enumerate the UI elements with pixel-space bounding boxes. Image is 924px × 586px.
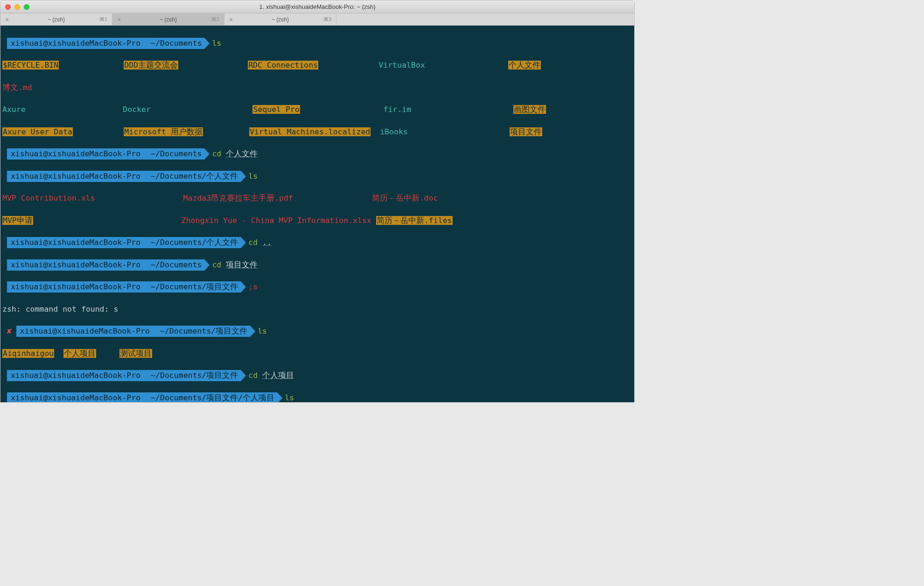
list-item: VirtualBox [378, 61, 425, 70]
list-item: Mazda3昂克赛拉车主手册.pdf [183, 194, 293, 202]
prompt-path: ~/Documents/个人文件 [143, 237, 241, 248]
list-item: Zhongxin Yue - China MVP Information.xls… [182, 216, 371, 225]
command-arg: 个人项目 [262, 371, 294, 380]
tab-2[interactable]: × ~ (zsh) ⌘2 [112, 14, 224, 25]
list-item: Aiqinhaigou [2, 349, 54, 358]
command: cd [248, 371, 262, 380]
list-item: 画图文件 [513, 105, 546, 114]
prompt-path: ~/Documents [143, 38, 204, 49]
tab-shortcut: ⌘3 [323, 16, 331, 22]
command: ls [285, 393, 294, 402]
list-item: 博文.md [2, 83, 32, 92]
prompt-path: ~/Documents/项目文件 [153, 326, 250, 337]
tab-1[interactable]: × ~ (zsh) ⌘1 [0, 14, 112, 25]
tab-shortcut: ⌘2 [211, 16, 219, 22]
list-item: DDD主题交流会 [124, 61, 178, 70]
prompt-user: xishuai@xishuaideMacBook-Pro [7, 370, 143, 381]
command: ls [258, 327, 267, 335]
tab-label: ~ (zsh) [160, 16, 177, 23]
list-item: 测试项目 [119, 349, 152, 358]
terminal-window: 1. xishuai@xishuaideMacBook-Pro: ~ (zsh)… [0, 0, 635, 403]
prompt-user: xishuai@xishuaideMacBook-Pro [7, 259, 143, 271]
prompt-user: xishuai@xishuaideMacBook-Pro [7, 281, 143, 293]
close-icon[interactable]: × [229, 16, 233, 23]
command: ;s [248, 282, 258, 291]
command-arg: .. [262, 238, 272, 247]
prompt-user: xishuai@xishuaideMacBook-Pro [7, 171, 143, 182]
prompt-path: ~/Documents/项目文件/个人项目 [143, 392, 277, 402]
error-icon: ✘ [7, 327, 12, 335]
command-arg: 个人文件 [226, 149, 258, 158]
command-arg: 项目文件 [226, 260, 258, 269]
prompt-path: ~/Documents/项目文件 [143, 281, 241, 293]
list-item: MVP申请 [2, 216, 33, 225]
tab-shortcut: ⌘1 [99, 16, 107, 22]
list-item: Axure [2, 105, 26, 114]
titlebar: 1. xishuai@xishuaideMacBook-Pro: ~ (zsh) [0, 0, 634, 14]
close-icon[interactable]: × [5, 16, 9, 23]
prompt-user: xishuai@xishuaideMacBook-Pro [16, 326, 153, 337]
list-item: $RECYCLE.BIN [2, 61, 59, 70]
window-title: 1. xishuai@xishuaideMacBook-Pro: ~ (zsh) [0, 3, 634, 10]
command: ls [248, 172, 258, 181]
list-item: Sequel Pro [252, 105, 300, 114]
command: cd [212, 260, 226, 269]
list-item: fir.im [384, 105, 412, 114]
prompt-path: ~/Documents [143, 148, 204, 160]
list-item: 简历－岳中新.files [376, 216, 453, 225]
list-item: Microsoft 用户数据 [124, 127, 203, 136]
command: cd [212, 149, 226, 158]
terminal-body[interactable]: xishuai@xishuaideMacBook-Pro~/Documentsl… [0, 26, 634, 402]
list-item: 编写 [634, 61, 634, 70]
tab-3[interactable]: × ~ (zsh) ⌘3 [224, 14, 336, 25]
close-icon[interactable]: × [117, 16, 121, 23]
prompt-user: xishuai@xishuaideMacBook-Pro [7, 38, 143, 49]
tab-label: ~ (zsh) [48, 16, 65, 23]
list-item: 简历－岳中新.doc [372, 194, 438, 202]
prompt-path: ~/Documents/项目文件 [143, 370, 241, 381]
prompt-path: ~/Documents [143, 259, 204, 271]
list-item: Docker [123, 105, 151, 114]
prompt-path: ~/Documents/个人文件 [143, 171, 241, 182]
command: cd [248, 238, 262, 247]
tab-label: ~ (zsh) [272, 16, 289, 23]
error-output: zsh: command not found: s [2, 304, 632, 315]
list-item: iBooks [380, 127, 408, 136]
list-item: Axure User Data [2, 127, 73, 136]
list-item: MVP Contribution.xls [2, 194, 95, 202]
prompt-user: xishuai@xishuaideMacBook-Pro [7, 237, 143, 248]
list-item: RDC Connections [248, 61, 318, 70]
prompt-user: xishuai@xishuaideMacBook-Pro [7, 392, 143, 402]
list-item: Virtual Machines.localized [249, 127, 371, 136]
list-item: 个人文件 [508, 61, 541, 70]
list-item: 个人项目 [63, 349, 96, 358]
prompt-user: xishuai@xishuaideMacBook-Pro [7, 148, 143, 160]
tabbar: × ~ (zsh) ⌘1 × ~ (zsh) ⌘2 × ~ (zsh) ⌘3 [0, 14, 634, 26]
command: ls [212, 39, 221, 48]
list-item: 项目文件 [510, 127, 542, 136]
